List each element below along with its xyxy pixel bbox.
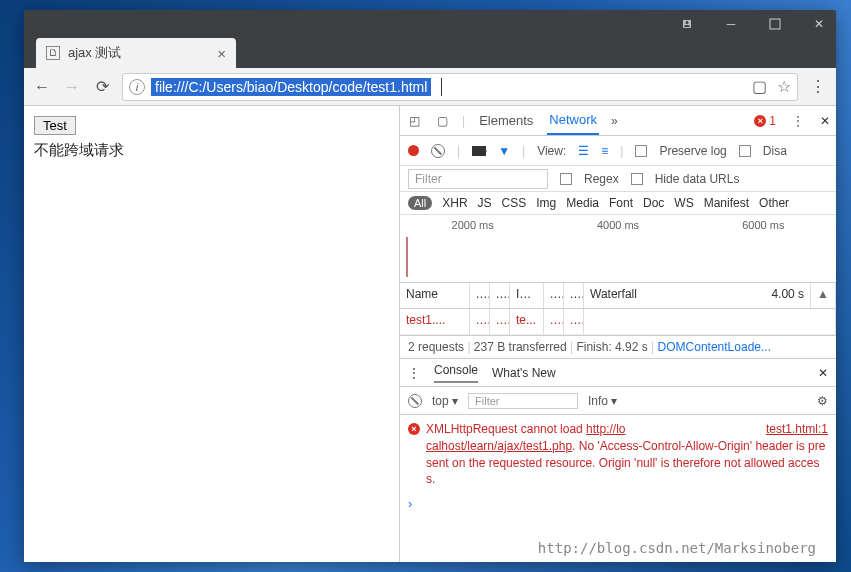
resource-type-filter: All XHR JS CSS Img Media Font Doc WS Man… <box>400 192 836 215</box>
tab-console[interactable]: Console <box>434 363 478 383</box>
tab-close-icon[interactable]: × <box>217 45 226 62</box>
content-area: Test 不能跨域请求 ◰ ▢ | Elements Network » ×1 … <box>24 106 836 562</box>
clear-button[interactable] <box>431 144 445 158</box>
filter-row: Filter Regex Hide data URLs <box>400 166 836 192</box>
type-all[interactable]: All <box>408 196 432 210</box>
cell-name: test1.... <box>400 309 470 334</box>
network-table-header: Name ... ... Ini... ... ... Waterfall4.0… <box>400 283 836 309</box>
address-bar[interactable]: i file:///C:/Users/biao/Desktop/code/tes… <box>122 73 798 101</box>
devtools-menu-button[interactable]: ⋮ <box>788 114 808 128</box>
device-toggle-icon[interactable]: ▢ <box>434 113 450 129</box>
type-xhr[interactable]: XHR <box>442 196 467 210</box>
close-window-button[interactable]: ✕ <box>806 14 832 34</box>
type-manifest[interactable]: Manifest <box>704 196 749 210</box>
scroll-up-icon[interactable]: ▲ <box>811 283 836 308</box>
console-error-message[interactable]: × XMLHttpRequest cannot load http://lo t… <box>408 421 828 488</box>
error-badge[interactable]: ×1 <box>754 114 776 128</box>
devtools-close-icon[interactable]: ✕ <box>820 114 830 128</box>
console-filter-input[interactable]: Filter <box>468 393 578 409</box>
tick: 6000 ms <box>742 219 784 231</box>
type-css[interactable]: CSS <box>502 196 527 210</box>
hide-data-label: Hide data URLs <box>655 172 740 186</box>
type-img[interactable]: Img <box>536 196 556 210</box>
col[interactable]: ... <box>564 283 584 308</box>
test-button[interactable]: Test <box>34 116 76 135</box>
col-initiator[interactable]: Ini... <box>510 283 544 308</box>
preserve-log-label: Preserve log <box>659 144 726 158</box>
screenshot-icon[interactable] <box>472 146 486 156</box>
timeline-bar <box>406 237 408 277</box>
console-toolbar: top ▾ Filter Info ▾ ⚙ <box>400 387 836 415</box>
network-summary: 2 requests | 237 B transferred | Finish:… <box>400 335 836 359</box>
tab-strip: 🗋 ajax 测试 × <box>24 38 836 68</box>
network-toolbar: | ▼ | View: ☰ ≡ | Preserve log Disa <box>400 136 836 166</box>
browser-menu-button[interactable]: ⋮ <box>808 77 828 96</box>
tab-network[interactable]: Network <box>547 106 599 135</box>
toolbar: ← → ⟳ i file:///C:/Users/biao/Desktop/co… <box>24 68 836 106</box>
console-prompt[interactable]: › <box>408 496 828 511</box>
clear-console-button[interactable] <box>408 394 422 408</box>
text-cursor <box>441 78 442 96</box>
preserve-log-checkbox[interactable] <box>635 145 647 157</box>
type-ws[interactable]: WS <box>674 196 693 210</box>
col-name[interactable]: Name <box>400 283 470 308</box>
more-tabs-icon[interactable]: » <box>611 114 618 128</box>
type-media[interactable]: Media <box>566 196 599 210</box>
network-table-row[interactable]: test1.... ...... te... ...... <box>400 309 836 335</box>
drawer-tabs: ⋮ Console What's New ✕ <box>400 359 836 387</box>
bookmark-star-icon[interactable]: ☆ <box>777 77 791 96</box>
account-icon[interactable] <box>674 14 700 34</box>
context-selector[interactable]: top ▾ <box>432 394 458 408</box>
translate-icon[interactable]: ▢ <box>752 77 767 96</box>
console-settings-icon[interactable]: ⚙ <box>817 394 828 408</box>
col[interactable]: ... <box>490 283 510 308</box>
regex-checkbox[interactable] <box>560 173 572 185</box>
filter-input[interactable]: Filter <box>408 169 548 189</box>
col[interactable]: ... <box>544 283 564 308</box>
hide-data-checkbox[interactable] <box>631 173 643 185</box>
filter-toggle-icon[interactable]: ▼ <box>498 144 510 158</box>
type-other[interactable]: Other <box>759 196 789 210</box>
page-text: 不能跨域请求 <box>34 141 389 160</box>
page-favicon: 🗋 <box>46 46 60 60</box>
site-info-icon[interactable]: i <box>129 79 145 95</box>
inspect-icon[interactable]: ◰ <box>406 113 422 129</box>
tab-title: ajax 测试 <box>68 44 121 62</box>
watermark-text: http://blog.csdn.net/Marksinoberg <box>538 540 816 556</box>
tick: 4000 ms <box>597 219 639 231</box>
disable-cache-checkbox[interactable] <box>739 145 751 157</box>
large-rows-icon[interactable]: ☰ <box>578 144 589 158</box>
disable-cache-label: Disa <box>763 144 787 158</box>
forward-button: → <box>62 78 82 96</box>
error-icon: × <box>408 423 420 435</box>
type-font[interactable]: Font <box>609 196 633 210</box>
col-waterfall[interactable]: Waterfall4.00 s <box>584 283 811 308</box>
svg-point-1 <box>686 21 689 24</box>
browser-tab[interactable]: 🗋 ajax 测试 × <box>36 38 236 68</box>
page-body: Test 不能跨域请求 <box>24 106 399 562</box>
log-level-selector[interactable]: Info ▾ <box>588 394 617 408</box>
minimize-button[interactable]: ─ <box>718 14 744 34</box>
back-button[interactable]: ← <box>32 78 52 96</box>
reload-button[interactable]: ⟳ <box>92 77 112 96</box>
cell-initiator: te... <box>510 309 544 334</box>
tab-elements[interactable]: Elements <box>477 107 535 134</box>
url-text: file:///C:/Users/biao/Desktop/code/test1… <box>151 78 431 96</box>
col[interactable]: ... <box>470 283 490 308</box>
browser-window: ─ ✕ 🗋 ajax 测试 × ← → ⟳ i file:///C:/Users… <box>24 10 836 562</box>
maximize-button[interactable] <box>762 14 788 34</box>
titlebar: ─ ✕ <box>24 10 836 38</box>
record-button[interactable] <box>408 145 419 156</box>
drawer-close-icon[interactable]: ✕ <box>818 366 828 380</box>
type-doc[interactable]: Doc <box>643 196 664 210</box>
tick: 2000 ms <box>452 219 494 231</box>
waterfall-view-icon[interactable]: ≡ <box>601 144 608 158</box>
type-js[interactable]: JS <box>478 196 492 210</box>
devtools-panel: ◰ ▢ | Elements Network » ×1 ⋮ ✕ | ▼ | Vi… <box>399 106 836 562</box>
devtools-tab-bar: ◰ ▢ | Elements Network » ×1 ⋮ ✕ <box>400 106 836 136</box>
view-label: View: <box>537 144 566 158</box>
tab-whatsnew[interactable]: What's New <box>492 366 556 380</box>
svg-rect-2 <box>770 19 780 29</box>
drawer-menu-icon[interactable]: ⋮ <box>408 366 420 380</box>
network-timeline[interactable]: 2000 ms 4000 ms 6000 ms <box>400 215 836 283</box>
